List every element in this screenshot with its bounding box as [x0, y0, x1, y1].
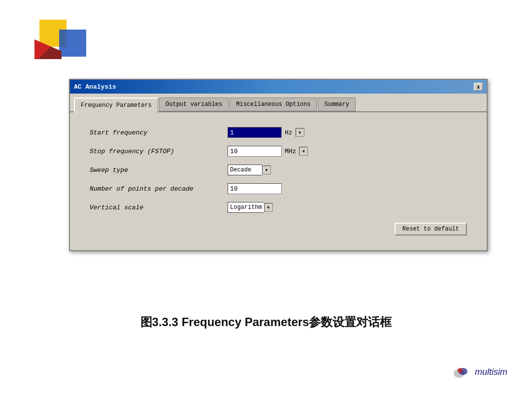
caption-text: 图3.3.3 Frequency Parameters参数设置对话框: [0, 314, 532, 330]
bottom-row: Reset to default: [90, 218, 467, 235]
label-sweep-type: Sweep type: [90, 166, 228, 174]
tab-frequency-parameters[interactable]: Frequency Parameters: [74, 98, 158, 112]
vertical-scale-value: Logarithm: [228, 202, 264, 213]
dropdown-mhz[interactable]: ▼: [299, 147, 308, 156]
input-stop-frequency[interactable]: [228, 146, 282, 157]
tab-miscellaneous-options[interactable]: Miscellaneous Options: [230, 98, 317, 111]
dropdown-hz[interactable]: ▼: [296, 128, 304, 137]
blue-shape: [59, 30, 86, 57]
label-stop-frequency: Stop frequency (FSTOP): [90, 148, 228, 155]
controls-stop-frequency: MHz ▼: [228, 146, 467, 157]
svg-point-2: [458, 368, 463, 373]
form-grid: Start frequency Hz ▼ Stop frequency (FST…: [90, 127, 467, 213]
tab-summary[interactable]: Summary: [318, 98, 355, 111]
multisim-logo: multisim: [453, 365, 507, 379]
dropdown-vertical[interactable]: ▼: [264, 203, 273, 212]
sweep-type-value: Decade: [228, 165, 262, 175]
label-vertical-scale: Vertical scale: [90, 204, 228, 211]
controls-points-per-decade: [228, 183, 467, 194]
unit-stop-frequency: MHz: [285, 148, 296, 155]
controls-vertical-scale: Logarithm ▼: [228, 202, 467, 213]
input-start-frequency[interactable]: [228, 127, 282, 138]
close-button[interactable]: x: [474, 83, 483, 91]
select-sweep-type[interactable]: Decade ▼: [228, 165, 271, 175]
label-start-frequency: Start frequency: [90, 129, 228, 136]
decorative-shapes: [30, 20, 89, 69]
dialog-content: Start frequency Hz ▼ Stop frequency (FST…: [70, 112, 487, 250]
multisim-icon: [453, 365, 471, 379]
reset-to-default-button[interactable]: Reset to default: [395, 223, 467, 235]
ac-analysis-dialog: AC Analysis x Frequency Parameters Outpu…: [69, 79, 488, 251]
select-vertical-scale[interactable]: Logarithm ▼: [228, 202, 273, 213]
multisim-text: multisim: [475, 367, 507, 377]
controls-sweep-type: Decade ▼: [228, 165, 467, 175]
dialog-title: AC Analysis: [74, 83, 116, 91]
title-bar: AC Analysis x: [70, 80, 487, 94]
dropdown-sweep[interactable]: ▼: [262, 166, 271, 174]
tab-output-variables[interactable]: Output variables: [159, 98, 229, 111]
controls-start-frequency: Hz ▼: [228, 127, 467, 138]
label-points-per-decade: Number of points per decade: [90, 185, 228, 193]
input-points-per-decade[interactable]: [228, 183, 282, 194]
tab-bar: Frequency Parameters Output variables Mi…: [70, 94, 487, 112]
unit-start-frequency: Hz: [285, 129, 293, 136]
